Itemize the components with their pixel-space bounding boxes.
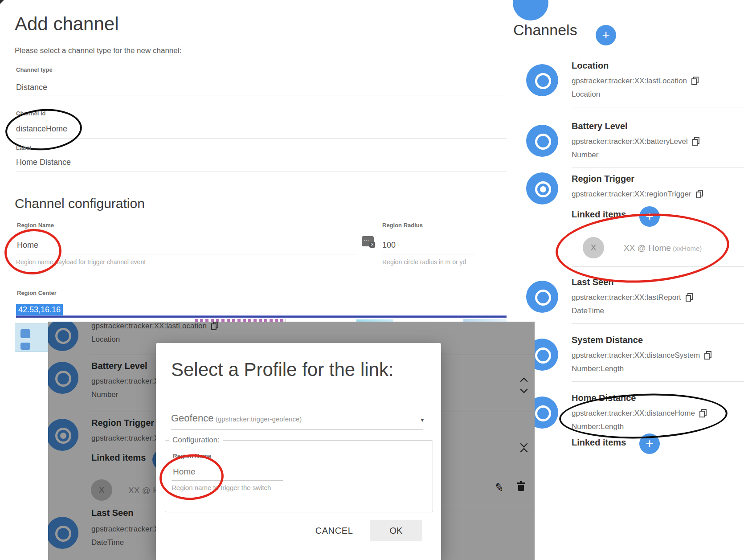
modal-region-name-input[interactable]: Home	[173, 467, 196, 477]
channel-title[interactable]: Last Seen	[572, 277, 613, 287]
channels-heading: Channels	[513, 21, 577, 39]
ring-icon	[535, 347, 551, 364]
channel-id-input[interactable]: distanceHome	[16, 124, 67, 134]
channel-uid: gpstracker:tracker:XX:distanceSystem	[572, 351, 700, 360]
divider	[572, 381, 744, 382]
profile-select-hint: (gpstracker:trigger-geofence)	[216, 415, 302, 423]
linked-item-hint: (xxHome)	[673, 245, 702, 252]
ring-icon	[535, 134, 551, 150]
plus-icon: +	[646, 210, 654, 223]
fieldset-legend: Configuration:	[169, 436, 223, 445]
screenshot-root: Add channel Please select a channel type…	[0, 0, 744, 560]
channel-uid: gpstracker:tracker:XX:batteryLevel	[572, 137, 688, 146]
channel-type-underline	[16, 95, 507, 95]
copy-icon[interactable]	[692, 137, 699, 145]
select-underline	[171, 429, 423, 430]
profile-select[interactable]: Geofence (gpstracker:trigger-geofence)	[171, 413, 302, 424]
divider	[572, 107, 744, 107]
channel-uid-row: gpstracker:tracker:XX:batteryLevel	[572, 137, 699, 146]
annotation-ellipse-region-name	[3, 227, 63, 277]
channel-type: DateTime	[572, 307, 604, 315]
config-heading: Channel configuration	[15, 196, 145, 211]
linked-item-label: XX @ Home	[624, 243, 671, 253]
channel-uid-row: gpstracker:tracker:XX:lastLocation	[572, 77, 698, 86]
modal-region-name-label: Region Name	[173, 453, 211, 459]
add-linked-item-button[interactable]: +	[639, 206, 660, 227]
caret-down-icon[interactable]: ▼	[420, 417, 425, 423]
map-control-button[interactable]: ⋯	[20, 329, 30, 338]
region-name-label: Region Name	[17, 222, 54, 229]
channel-uid: gpstracker:tracker:XX:regionTrigger	[572, 190, 691, 198]
modal-region-name-helper: Region name to trigger the switch	[172, 484, 271, 491]
modal-region-name-underline	[172, 480, 283, 481]
label-underline	[16, 172, 507, 172]
channel-title[interactable]: Home Distance	[572, 393, 636, 403]
channel-type: Number:Length	[572, 422, 624, 431]
channel-type: Location	[572, 90, 600, 99]
plus-icon: +	[602, 29, 610, 42]
label-field-label: Label	[16, 144, 31, 151]
copy-icon[interactable]	[696, 190, 703, 197]
channel-uid-row: gpstracker:tracker:XX:regionTrigger	[572, 190, 703, 199]
copy-icon[interactable]	[699, 409, 706, 417]
plus-icon: +	[646, 437, 654, 450]
channel-uid-row: gpstracker:tracker:XX:distanceHome	[572, 409, 706, 418]
region-name-input[interactable]: Home	[17, 241, 38, 250]
clipped-plus-button[interactable]	[513, 0, 548, 20]
channel-uid: gpstracker:tracker:XX:lastReport	[572, 293, 681, 302]
channel-title[interactable]: System Distance	[572, 335, 643, 345]
profile-dialog: Select a Profile for the link: Geofence …	[156, 343, 441, 560]
divider	[572, 323, 744, 324]
region-center-focus-underline	[16, 315, 507, 318]
channel-icon-last-seen	[526, 281, 558, 313]
label-field-input[interactable]: Home Distance	[16, 158, 71, 167]
page-subtitle: Please select a channel type for the new…	[15, 46, 181, 55]
region-name-underline	[16, 254, 356, 254]
target-dot	[540, 186, 546, 192]
kb-badge: 3	[369, 242, 375, 248]
ok-button[interactable]: OK	[370, 520, 422, 541]
channel-title[interactable]: Region Trigger	[572, 174, 634, 184]
region-radius-label: Region Radius	[382, 222, 423, 229]
channel-type-value[interactable]: Distance	[16, 83, 47, 92]
dots-icon: ⋯	[364, 237, 369, 243]
target-icon	[535, 181, 551, 197]
map-fragment: ⋯ ⋯	[15, 323, 49, 352]
ring-icon	[535, 405, 551, 421]
channel-title[interactable]: Location	[572, 61, 609, 71]
cancel-button[interactable]: CANCEL	[307, 521, 361, 540]
add-channel-button[interactable]: +	[596, 25, 616, 45]
copy-icon[interactable]	[704, 351, 711, 359]
map-control-button-2[interactable]: ⋯	[20, 343, 30, 350]
ring-icon	[535, 73, 551, 89]
channel-icon-region-trigger	[526, 172, 558, 204]
region-name-helper: Region name payload for trigger channel …	[16, 258, 146, 266]
channel-uid: gpstracker:tracker:XX:lastLocation	[572, 77, 687, 85]
region-radius-input[interactable]: 100	[382, 241, 396, 250]
copy-icon[interactable]	[691, 77, 698, 84]
channel-id-underline	[16, 138, 507, 139]
add-linked-item-button[interactable]: +	[639, 433, 660, 454]
dialog-title: Select a Profile for the link:	[171, 359, 394, 380]
corner-artifact	[0, 0, 4, 4]
linked-items-heading: Linked items	[572, 437, 626, 448]
ring-icon	[535, 290, 551, 306]
avatar-letter: X	[591, 243, 597, 253]
region-radius-underline	[382, 254, 474, 254]
channel-uid-row: gpstracker:tracker:XX:distanceSystem	[572, 351, 711, 360]
channel-icon-location	[526, 64, 558, 96]
channel-type: Number:Length	[572, 364, 624, 373]
input-helper-icon[interactable]: ⋯ 3	[362, 236, 374, 246]
configuration-fieldset	[165, 440, 433, 512]
copy-icon[interactable]	[686, 293, 692, 301]
linked-items-heading: Linked items	[572, 209, 626, 220]
channel-id-label: Channel Id	[16, 110, 45, 117]
channel-title[interactable]: Battery Level	[572, 121, 628, 131]
channel-uid-row: gpstracker:tracker:XX:lastReport	[572, 293, 692, 302]
divider	[572, 266, 744, 267]
region-center-input[interactable]: 42.53,16.16	[16, 304, 63, 315]
linked-item-avatar: X	[583, 237, 604, 258]
linked-item-row[interactable]: XX @ Home (xxHome)	[624, 243, 702, 253]
region-radius-helper: Region circle radius in m or yd	[382, 258, 466, 266]
region-center-label: Region Center	[17, 290, 57, 296]
